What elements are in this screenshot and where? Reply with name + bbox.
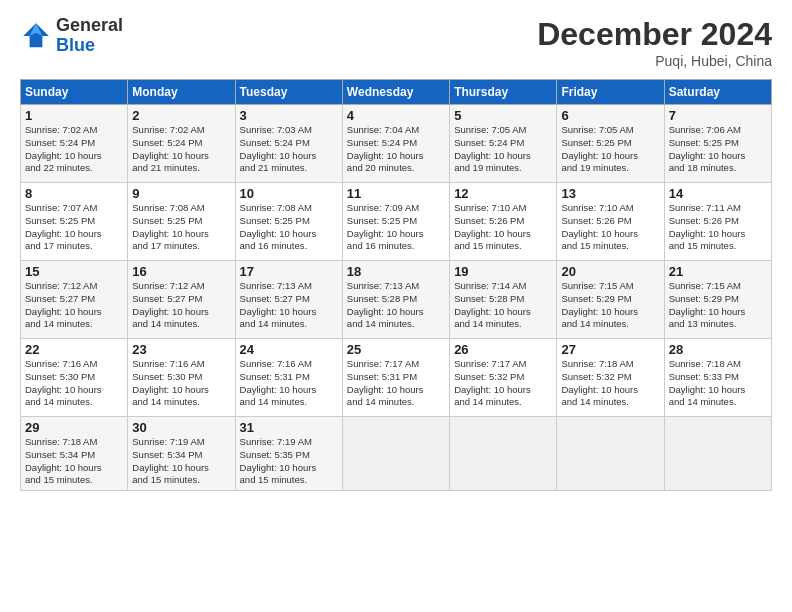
day-info: Sunrise: 7:16 AMSunset: 5:30 PMDaylight:… (25, 358, 123, 409)
day-info: Sunrise: 7:03 AMSunset: 5:24 PMDaylight:… (240, 124, 338, 175)
day-info: Sunrise: 7:02 AMSunset: 5:24 PMDaylight:… (132, 124, 230, 175)
calendar-cell (342, 417, 449, 491)
calendar-header-wednesday: Wednesday (342, 80, 449, 105)
calendar-week-row: 15Sunrise: 7:12 AMSunset: 5:27 PMDayligh… (21, 261, 772, 339)
day-number: 3 (240, 108, 338, 123)
day-number: 30 (132, 420, 230, 435)
day-number: 2 (132, 108, 230, 123)
day-info: Sunrise: 7:10 AMSunset: 5:26 PMDaylight:… (454, 202, 552, 253)
day-info: Sunrise: 7:16 AMSunset: 5:30 PMDaylight:… (132, 358, 230, 409)
calendar-cell (664, 417, 771, 491)
day-number: 8 (25, 186, 123, 201)
day-number: 14 (669, 186, 767, 201)
day-number: 15 (25, 264, 123, 279)
day-number: 6 (561, 108, 659, 123)
day-info: Sunrise: 7:14 AMSunset: 5:28 PMDaylight:… (454, 280, 552, 331)
calendar-cell: 26Sunrise: 7:17 AMSunset: 5:32 PMDayligh… (450, 339, 557, 417)
calendar-cell: 5Sunrise: 7:05 AMSunset: 5:24 PMDaylight… (450, 105, 557, 183)
day-number: 26 (454, 342, 552, 357)
calendar-cell (557, 417, 664, 491)
header: General Blue December 2024 Puqi, Hubei, … (20, 16, 772, 69)
day-info: Sunrise: 7:12 AMSunset: 5:27 PMDaylight:… (132, 280, 230, 331)
calendar-cell: 30Sunrise: 7:19 AMSunset: 5:34 PMDayligh… (128, 417, 235, 491)
day-info: Sunrise: 7:15 AMSunset: 5:29 PMDaylight:… (561, 280, 659, 331)
day-info: Sunrise: 7:10 AMSunset: 5:26 PMDaylight:… (561, 202, 659, 253)
calendar-header-row: SundayMondayTuesdayWednesdayThursdayFrid… (21, 80, 772, 105)
title-block: December 2024 Puqi, Hubei, China (537, 16, 772, 69)
day-info: Sunrise: 7:06 AMSunset: 5:25 PMDaylight:… (669, 124, 767, 175)
calendar-cell: 2Sunrise: 7:02 AMSunset: 5:24 PMDaylight… (128, 105, 235, 183)
day-info: Sunrise: 7:13 AMSunset: 5:27 PMDaylight:… (240, 280, 338, 331)
day-number: 9 (132, 186, 230, 201)
day-info: Sunrise: 7:17 AMSunset: 5:31 PMDaylight:… (347, 358, 445, 409)
day-number: 21 (669, 264, 767, 279)
calendar-cell: 18Sunrise: 7:13 AMSunset: 5:28 PMDayligh… (342, 261, 449, 339)
calendar-cell: 15Sunrise: 7:12 AMSunset: 5:27 PMDayligh… (21, 261, 128, 339)
day-info: Sunrise: 7:18 AMSunset: 5:33 PMDaylight:… (669, 358, 767, 409)
day-info: Sunrise: 7:15 AMSunset: 5:29 PMDaylight:… (669, 280, 767, 331)
calendar-cell: 17Sunrise: 7:13 AMSunset: 5:27 PMDayligh… (235, 261, 342, 339)
month-title: December 2024 (537, 16, 772, 53)
day-number: 4 (347, 108, 445, 123)
calendar-cell: 28Sunrise: 7:18 AMSunset: 5:33 PMDayligh… (664, 339, 771, 417)
calendar-cell: 24Sunrise: 7:16 AMSunset: 5:31 PMDayligh… (235, 339, 342, 417)
day-number: 18 (347, 264, 445, 279)
day-number: 1 (25, 108, 123, 123)
day-info: Sunrise: 7:13 AMSunset: 5:28 PMDaylight:… (347, 280, 445, 331)
calendar-header-sunday: Sunday (21, 80, 128, 105)
day-number: 16 (132, 264, 230, 279)
day-info: Sunrise: 7:16 AMSunset: 5:31 PMDaylight:… (240, 358, 338, 409)
day-number: 23 (132, 342, 230, 357)
logo-icon (20, 20, 52, 52)
day-number: 11 (347, 186, 445, 201)
calendar-cell: 25Sunrise: 7:17 AMSunset: 5:31 PMDayligh… (342, 339, 449, 417)
page: General Blue December 2024 Puqi, Hubei, … (0, 0, 792, 612)
calendar-header-monday: Monday (128, 80, 235, 105)
calendar-cell (450, 417, 557, 491)
day-number: 5 (454, 108, 552, 123)
day-number: 7 (669, 108, 767, 123)
calendar-cell: 11Sunrise: 7:09 AMSunset: 5:25 PMDayligh… (342, 183, 449, 261)
calendar-header-saturday: Saturday (664, 80, 771, 105)
calendar-cell: 13Sunrise: 7:10 AMSunset: 5:26 PMDayligh… (557, 183, 664, 261)
calendar-cell: 12Sunrise: 7:10 AMSunset: 5:26 PMDayligh… (450, 183, 557, 261)
calendar-cell: 23Sunrise: 7:16 AMSunset: 5:30 PMDayligh… (128, 339, 235, 417)
day-info: Sunrise: 7:08 AMSunset: 5:25 PMDaylight:… (132, 202, 230, 253)
calendar-cell: 21Sunrise: 7:15 AMSunset: 5:29 PMDayligh… (664, 261, 771, 339)
day-info: Sunrise: 7:08 AMSunset: 5:25 PMDaylight:… (240, 202, 338, 253)
day-info: Sunrise: 7:05 AMSunset: 5:24 PMDaylight:… (454, 124, 552, 175)
calendar-week-row: 1Sunrise: 7:02 AMSunset: 5:24 PMDaylight… (21, 105, 772, 183)
calendar-header-friday: Friday (557, 80, 664, 105)
logo-text: General Blue (56, 16, 123, 56)
logo-general-text: General (56, 16, 123, 36)
day-number: 29 (25, 420, 123, 435)
day-info: Sunrise: 7:11 AMSunset: 5:26 PMDaylight:… (669, 202, 767, 253)
calendar-week-row: 8Sunrise: 7:07 AMSunset: 5:25 PMDaylight… (21, 183, 772, 261)
calendar-cell: 16Sunrise: 7:12 AMSunset: 5:27 PMDayligh… (128, 261, 235, 339)
calendar-cell: 22Sunrise: 7:16 AMSunset: 5:30 PMDayligh… (21, 339, 128, 417)
calendar-cell: 1Sunrise: 7:02 AMSunset: 5:24 PMDaylight… (21, 105, 128, 183)
day-info: Sunrise: 7:17 AMSunset: 5:32 PMDaylight:… (454, 358, 552, 409)
calendar-cell: 6Sunrise: 7:05 AMSunset: 5:25 PMDaylight… (557, 105, 664, 183)
day-info: Sunrise: 7:04 AMSunset: 5:24 PMDaylight:… (347, 124, 445, 175)
day-number: 19 (454, 264, 552, 279)
day-info: Sunrise: 7:18 AMSunset: 5:34 PMDaylight:… (25, 436, 123, 487)
day-number: 28 (669, 342, 767, 357)
calendar-cell: 27Sunrise: 7:18 AMSunset: 5:32 PMDayligh… (557, 339, 664, 417)
day-info: Sunrise: 7:05 AMSunset: 5:25 PMDaylight:… (561, 124, 659, 175)
calendar-cell: 7Sunrise: 7:06 AMSunset: 5:25 PMDaylight… (664, 105, 771, 183)
location: Puqi, Hubei, China (537, 53, 772, 69)
day-number: 31 (240, 420, 338, 435)
day-number: 12 (454, 186, 552, 201)
calendar-week-row: 29Sunrise: 7:18 AMSunset: 5:34 PMDayligh… (21, 417, 772, 491)
day-number: 17 (240, 264, 338, 279)
calendar-cell: 14Sunrise: 7:11 AMSunset: 5:26 PMDayligh… (664, 183, 771, 261)
calendar-cell: 31Sunrise: 7:19 AMSunset: 5:35 PMDayligh… (235, 417, 342, 491)
day-number: 10 (240, 186, 338, 201)
day-info: Sunrise: 7:19 AMSunset: 5:35 PMDaylight:… (240, 436, 338, 487)
calendar-cell: 10Sunrise: 7:08 AMSunset: 5:25 PMDayligh… (235, 183, 342, 261)
calendar-table: SundayMondayTuesdayWednesdayThursdayFrid… (20, 79, 772, 491)
calendar-cell: 9Sunrise: 7:08 AMSunset: 5:25 PMDaylight… (128, 183, 235, 261)
calendar-cell: 3Sunrise: 7:03 AMSunset: 5:24 PMDaylight… (235, 105, 342, 183)
calendar-cell: 19Sunrise: 7:14 AMSunset: 5:28 PMDayligh… (450, 261, 557, 339)
